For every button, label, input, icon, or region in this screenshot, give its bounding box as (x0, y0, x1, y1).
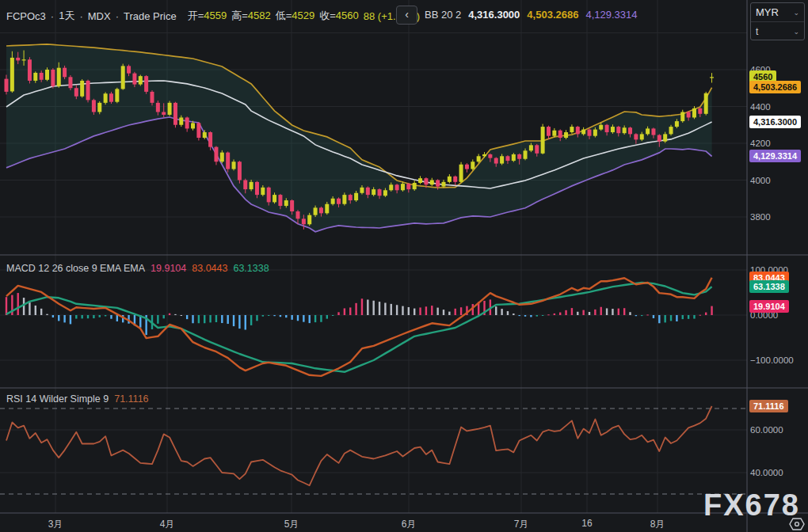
macd-line-value: 83.0443 (192, 263, 227, 274)
unit-select[interactable]: t ⌄ (751, 21, 804, 40)
price-axis-tick: 4200 (750, 138, 771, 149)
macd-legend[interactable]: MACD 12 26 close 9 EMA EMA 19.9104 83.04… (6, 263, 269, 274)
ohlc-close: 收=4560 (319, 9, 359, 23)
rsi-axis-badge: 71.1116 (749, 400, 788, 412)
rsi-axis-tick: 40.0000 (750, 467, 783, 478)
price-axis-badge: 4,129.3314 (749, 150, 801, 162)
macd-axis-badge: 19.9104 (749, 300, 789, 313)
symbol-legend[interactable]: FCPOc3 · 1天 · MDX · Trade Price 开=4559 高… (6, 9, 420, 23)
trading-chart-app: FCPOc3 · 1天 · MDX · Trade Price 开=4559 高… (0, 0, 808, 532)
interval-label[interactable]: 1天 (59, 9, 74, 23)
rsi-line (6, 406, 712, 485)
collapse-legend-button[interactable]: ‹ (396, 6, 417, 25)
price-axis-badge: 4,503.2686 (749, 81, 801, 93)
unit-value: t (756, 26, 758, 37)
macd-name[interactable]: MACD 12 26 close 9 EMA EMA (6, 263, 145, 274)
currency-select[interactable]: MYR ⌄ (751, 3, 804, 21)
time-axis-label[interactable]: 3月 (48, 518, 63, 531)
bb-indicator-legend[interactable]: BB 20 2 4,316.3000 4,503.2686 4,129.3314 (425, 9, 638, 21)
price-axis-badge: 4,316.3000 (749, 116, 801, 128)
rsi-axis-tick: 60.0000 (750, 424, 783, 435)
ohlc-low: 低=4529 (276, 9, 315, 23)
time-axis-label[interactable]: 7月 (514, 518, 529, 531)
fx678-watermark: FX678 (703, 490, 800, 520)
exchange-label: MDX (88, 10, 111, 22)
price-axis-tick: 3800 (750, 211, 771, 222)
bollinger-fill (6, 44, 712, 232)
macd-line (6, 278, 712, 376)
price-axis-tick: 4000 (750, 175, 771, 186)
macd-histogram (6, 293, 713, 335)
macd-signal-line (6, 283, 712, 372)
chevron-down-icon: ⌄ (793, 9, 799, 17)
bb-basis-value: 4,316.3000 (468, 9, 520, 21)
chevron-down-icon: ⌄ (793, 28, 799, 36)
bb-name[interactable]: BB 20 2 (425, 9, 461, 21)
ohlc-high: 高=4582 (231, 9, 271, 23)
macd-signal-value: 63.1338 (233, 263, 269, 274)
rsi-legend[interactable]: RSI 14 Wilder Simple 9 71.1116 (6, 393, 149, 405)
rsi-name[interactable]: RSI 14 Wilder Simple 9 (6, 393, 109, 405)
macd-axis-tick: −100.0000 (750, 355, 794, 366)
currency-unit-selector: MYR ⌄ t ⌄ (750, 2, 805, 40)
separator-dot: · (51, 10, 54, 22)
time-axis-label[interactable]: 16 (581, 518, 592, 529)
symbol-name[interactable]: FCPOc3 (6, 10, 46, 22)
time-axis-label[interactable]: 4月 (160, 518, 175, 531)
time-axis-label[interactable]: 6月 (402, 518, 417, 531)
currency-value: MYR (756, 6, 779, 18)
rsi-value: 71.1116 (114, 393, 148, 405)
time-axis-label[interactable]: 8月 (650, 518, 665, 531)
separator-dot: · (79, 10, 82, 22)
time-axis-label[interactable]: 5月 (284, 518, 299, 531)
macd-axis-badge: 63.1338 (749, 280, 789, 293)
bb-lower-value: 4,129.3314 (585, 9, 637, 21)
price-axis-tick: 4400 (750, 101, 771, 112)
separator-dot: · (116, 10, 119, 22)
bb-upper-value: 4,503.2686 (527, 9, 578, 21)
ohlc-open: 开=4559 (188, 9, 227, 23)
macd-hist-value: 19.9104 (151, 263, 186, 274)
price-type-label: Trade Price (124, 10, 177, 22)
